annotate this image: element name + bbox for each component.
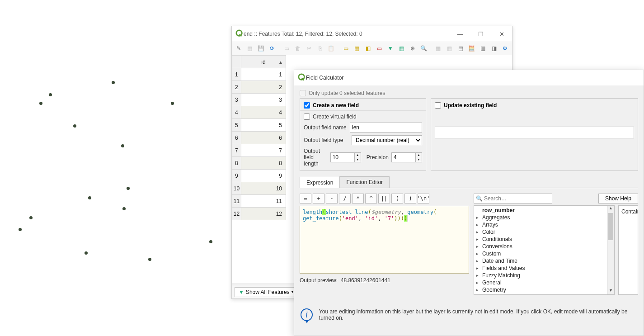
multiedit-icon[interactable]: ▦ — [245, 43, 255, 54]
dock-icon[interactable]: ◨ — [489, 43, 499, 54]
function-item[interactable]: ▸Color — [474, 228, 607, 236]
attribute-table[interactable]: id ▲ 112233445566778899101011111212 — [232, 55, 286, 220]
map-point[interactable] — [148, 258, 151, 261]
show-all-features-button[interactable]: ▼ Show All Features ▾ — [235, 287, 297, 297]
row-header[interactable]: 3 — [232, 94, 241, 106]
update-existing-checkbox[interactable] — [435, 102, 441, 109]
row-header[interactable]: 6 — [232, 132, 241, 144]
row-header[interactable]: 10 — [232, 182, 241, 195]
row-header[interactable]: 7 — [232, 144, 241, 157]
delete-icon[interactable]: 🗑 — [293, 43, 303, 54]
map-point[interactable] — [88, 196, 91, 199]
table-row[interactable]: 99 — [232, 170, 286, 182]
function-item[interactable]: ▸Conditionals — [474, 236, 607, 243]
row-header[interactable]: 5 — [232, 119, 241, 132]
function-list[interactable]: row_number▸Aggregates▸Arrays▸Color▸Condi… — [474, 206, 607, 294]
function-item[interactable]: ▸Arrays — [474, 221, 607, 228]
scrollbar[interactable]: ▲ ▼ — [607, 206, 614, 294]
map-point[interactable] — [122, 207, 126, 210]
new-field-icon[interactable]: ▦ — [433, 43, 444, 54]
edit-icon[interactable]: ✎ — [234, 43, 244, 54]
function-item[interactable]: ▸Aggregates — [474, 214, 607, 221]
table-row[interactable]: 1111 — [232, 195, 286, 208]
tab-function-editor[interactable]: Function Editor — [339, 176, 390, 188]
operator-button[interactable]: '\n' — [418, 194, 429, 203]
cell-id[interactable]: 5 — [241, 119, 286, 132]
titlebar[interactable]: Field Calculator — [294, 70, 644, 85]
cell-id[interactable]: 12 — [241, 208, 286, 220]
save-icon[interactable]: 💾 — [256, 43, 266, 54]
table-row[interactable]: 44 — [232, 106, 286, 119]
row-header[interactable]: 4 — [232, 106, 241, 119]
cell-id[interactable]: 7 — [241, 144, 286, 157]
operator-button[interactable]: / — [339, 194, 351, 203]
select-all-icon[interactable]: ▦ — [352, 43, 362, 54]
table-row[interactable]: 77 — [232, 144, 286, 157]
row-header[interactable]: 9 — [232, 170, 241, 182]
precision-spinner[interactable]: ▲▼ — [416, 152, 422, 162]
function-item[interactable]: ▸Fuzzy Matching — [474, 272, 607, 279]
table-row[interactable]: 66 — [232, 132, 286, 144]
table-row[interactable]: 88 — [232, 157, 286, 170]
move-top-icon[interactable]: ⊕ — [408, 43, 418, 54]
map-point[interactable] — [171, 102, 174, 105]
operator-button[interactable]: + — [313, 194, 324, 203]
map-point[interactable] — [49, 93, 52, 96]
function-item[interactable]: ▸Conversions — [474, 243, 607, 250]
select-expr-icon[interactable]: ▭ — [341, 43, 351, 54]
invert-select-icon[interactable]: ◧ — [363, 43, 373, 54]
del-field-icon[interactable]: ▦ — [444, 43, 455, 54]
function-item[interactable]: ▸Custom — [474, 250, 607, 257]
copy-icon[interactable]: ⎘ — [315, 43, 325, 54]
cut-icon[interactable]: ✂ — [304, 43, 314, 54]
cell-id[interactable]: 3 — [241, 94, 286, 106]
output-name-input[interactable] — [350, 123, 422, 133]
actions-icon[interactable]: ⚙ — [500, 43, 510, 54]
map-point[interactable] — [73, 124, 76, 128]
table-row[interactable]: 1010 — [232, 182, 286, 195]
existing-field-select[interactable] — [435, 127, 634, 138]
map-point[interactable] — [29, 216, 33, 219]
create-new-field-checkbox[interactable] — [304, 102, 310, 109]
map-point[interactable] — [39, 102, 42, 105]
map-point[interactable] — [209, 240, 212, 243]
output-length-input[interactable] — [330, 152, 355, 162]
field-calc-icon[interactable]: 🧮 — [466, 43, 477, 54]
function-item[interactable]: ▸Fields and Values — [474, 265, 607, 272]
row-header[interactable]: 11 — [232, 195, 241, 208]
row-header[interactable]: 12 — [232, 208, 241, 220]
column-header-id[interactable]: id ▲ — [241, 56, 286, 68]
table-row[interactable]: 11 — [232, 68, 286, 81]
add-feature-icon[interactable]: ▭ — [282, 43, 292, 54]
map-point[interactable] — [112, 81, 115, 84]
operator-button[interactable]: = — [300, 194, 311, 203]
function-item[interactable]: ▸Geometry — [474, 286, 607, 293]
precision-input[interactable] — [391, 152, 416, 162]
cell-id[interactable]: 9 — [241, 170, 286, 182]
row-header[interactable]: 8 — [232, 157, 241, 170]
function-item[interactable]: ▸General — [474, 279, 607, 286]
operator-button[interactable]: - — [326, 194, 338, 203]
cond-format-icon[interactable]: ▥ — [478, 43, 488, 54]
map-point[interactable] — [127, 187, 130, 190]
select-value-icon[interactable]: ▦ — [396, 43, 407, 54]
corner-cell[interactable] — [232, 56, 241, 68]
tab-expression[interactable]: Expression — [300, 177, 340, 188]
operator-button[interactable]: ^ — [365, 194, 377, 203]
table-row[interactable]: 55 — [232, 119, 286, 132]
cell-id[interactable]: 8 — [241, 157, 286, 170]
map-canvas[interactable] — [0, 0, 233, 336]
maximize-button[interactable]: ☐ — [470, 26, 491, 42]
reload-icon[interactable]: ⟳ — [267, 43, 277, 54]
cell-id[interactable]: 2 — [241, 81, 286, 94]
table-row[interactable]: 1212 — [232, 208, 286, 220]
row-header[interactable]: 2 — [232, 81, 241, 94]
table-row[interactable]: 22 — [232, 81, 286, 94]
close-button[interactable]: ✕ — [491, 26, 512, 42]
operator-button[interactable]: ( — [391, 194, 403, 203]
cell-id[interactable]: 10 — [241, 182, 286, 195]
operator-button[interactable]: * — [352, 194, 364, 203]
organize-cols-icon[interactable]: ▤ — [456, 43, 466, 54]
cell-id[interactable]: 1 — [241, 68, 286, 81]
filter-icon[interactable]: ▼ — [385, 43, 395, 54]
